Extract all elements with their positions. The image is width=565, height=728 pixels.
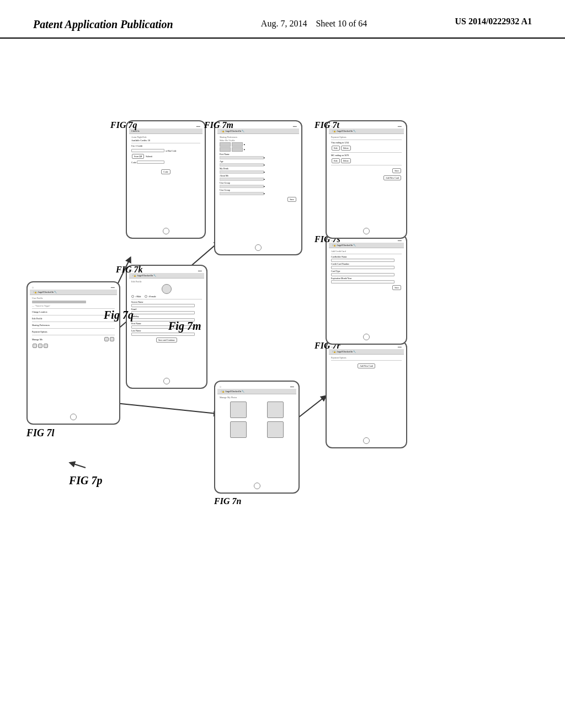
fig-inline-7m: Fig 7m: [168, 320, 201, 333]
nav-bar-7q: Check In: [129, 129, 202, 134]
nav-bar-7n: 〈🔒 Angel/Checked In 🔧: [217, 389, 296, 394]
page-header: Patent Application Publication Aug. 7, 2…: [0, 0, 565, 39]
home-btn-7t: [363, 228, 370, 234]
header-center: Aug. 7, 2014 Sheet 10 of 64: [261, 17, 367, 31]
home-btn-7s: [363, 334, 370, 340]
patent-number: US 2014/0222932 A1: [455, 17, 532, 26]
phone-fig7l: ○▪▪▪▪ 〈🔒 Angel/Checked In 🔧 User Profile…: [26, 281, 120, 425]
sheet-info: Sheet 10 of 64: [316, 19, 367, 28]
status-bar-7t: ○▪▪▪▪: [329, 125, 404, 129]
phone-fig7m: ○▪▪▪▪ 〈🔒 Angel/Checked In 🔧 Sharing Pref…: [214, 120, 302, 255]
status-bar-7l: ○▪▪▪▪: [30, 286, 117, 290]
phone-fig7q: ○▪▪▪▪ Check In Acme NightClub Available …: [126, 120, 206, 239]
publication-title: Patent Application Publication: [33, 17, 173, 32]
home-btn-7k: [163, 378, 170, 384]
content-7s: Add Credit Card Cardholder Name Credit C…: [329, 248, 404, 333]
content-7n: Manage My Photos: [217, 394, 296, 481]
phone-fig7r: ○▪▪▪▪ 〈🔒 Angel/Checked In 🔧 Payment Opti…: [326, 341, 407, 448]
fig-label-7n: FIG 7n: [214, 496, 241, 506]
home-btn-7n: [254, 483, 260, 489]
nav-bar-7l: 〈🔒 Angel/Checked In 🔧: [30, 290, 117, 295]
phone-fig7s: ○▪▪▪▪ 〈🔒 Angel/Checked In 🔧 Add Credit C…: [326, 234, 407, 345]
svg-line-3: [296, 397, 324, 419]
svg-line-2: [110, 403, 217, 414]
phone-fig7n: ○▪▪▪▪ 〈🔒 Angel/Checked In 🔧 Manage My Ph…: [214, 381, 300, 494]
fig-label-7m: FIG 7m: [204, 120, 233, 130]
content-7r: Payment Options Add New Card: [329, 355, 404, 436]
home-btn-7q: [163, 228, 169, 234]
phone-fig7t: ○▪▪▪▪ 〈🔒 Angel/Checked In 🔧 Payment Opti…: [326, 120, 407, 239]
content-7q: Acme NightClub Available Credits: 50 Use…: [129, 134, 202, 227]
home-btn-7l: [70, 414, 77, 420]
content-7m: Sharing Preferences Make Me Visible ▶ ▶ …: [217, 134, 299, 243]
fig-label-7k: FIG 7k: [116, 265, 142, 275]
main-content: ○▪▪▪▪ 〈🔒 Angel/Checked In 🔧 User Profile…: [0, 39, 565, 711]
home-btn-7m: [255, 244, 262, 251]
status-bar-7n: ○▪▪▪▪: [217, 385, 296, 389]
svg-line-6: [72, 463, 86, 468]
home-btn-7r: [363, 437, 370, 444]
fig-inline-7q: Fig 7q: [104, 309, 134, 322]
status-bar-7q: ○▪▪▪▪: [129, 125, 202, 129]
fig-inline-7p: FIG 7p: [69, 474, 103, 487]
nav-bar-7t: 〈🔒 Angel/Checked In 🔧: [329, 129, 404, 134]
fig-label-7q: FIG 7q: [110, 120, 137, 130]
fig-label-7l: FIG 7l: [26, 427, 55, 439]
fig-label-7t: FIG 7t: [315, 120, 339, 130]
publication-date: Aug. 7, 2014: [261, 19, 307, 28]
content-7t: Payment Options Visa ending in 1234 Edit…: [329, 134, 404, 227]
